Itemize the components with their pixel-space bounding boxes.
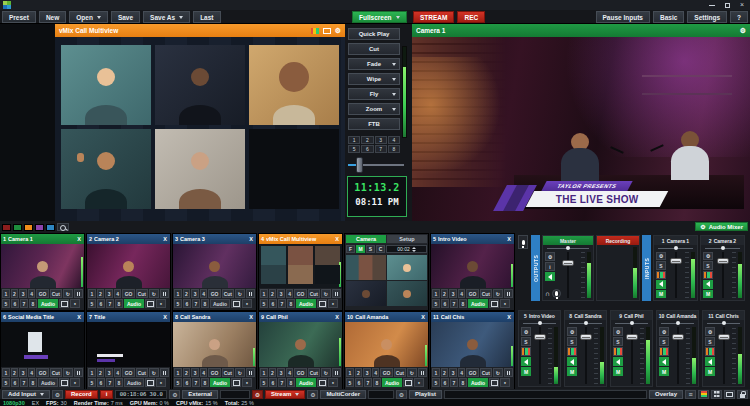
overlay-2-button[interactable]: 2 [441, 289, 449, 298]
speaker-icon[interactable] [659, 357, 669, 366]
call-c-button[interactable]: C [376, 245, 385, 253]
pause-icon[interactable] [418, 368, 427, 377]
go-button[interactable]: GO [294, 368, 306, 377]
overlay-3-button[interactable]: 3 [19, 368, 27, 377]
pause-icon[interactable] [332, 289, 341, 298]
overlay-6-button[interactable]: 6 [441, 299, 449, 308]
gear-icon[interactable]: ⚙ [656, 252, 666, 260]
overlay-5-button[interactable]: 5 [432, 299, 440, 308]
go-button[interactable]: GO [380, 368, 392, 377]
overlay-4-button[interactable]: 4 [286, 368, 294, 377]
monitor-icon[interactable] [59, 299, 69, 308]
overlay-3-button[interactable]: 3 [191, 289, 199, 298]
volume-fader[interactable] [625, 327, 638, 384]
monitor-icon[interactable] [145, 299, 155, 308]
cut-button[interactable]: Cut [480, 368, 492, 377]
overlay-7-button[interactable]: 7 [20, 378, 28, 387]
overlay-5-button[interactable]: 5 [346, 378, 354, 387]
input-tile[interactable]: 11 Call Chis X 1 2 3 4 [430, 311, 515, 390]
overlay-1-button[interactable]: 1 [260, 289, 268, 298]
overlay-3-button[interactable]: 3 [449, 289, 457, 298]
audio-button[interactable]: Audio [382, 378, 402, 387]
go-button[interactable]: GO [466, 368, 478, 377]
pan-slider[interactable] [543, 245, 593, 251]
overlay-4-button[interactable]: 4 [372, 368, 380, 377]
record-dot-icon[interactable]: ● [500, 378, 510, 387]
talkback-mic-button[interactable] [518, 235, 528, 249]
input-tile[interactable]: 8 Call Sandra X 1 2 3 4 [172, 311, 257, 390]
input-thumbnail[interactable] [173, 322, 256, 367]
stream-button[interactable]: Stream [265, 390, 305, 399]
overlay-5-button[interactable]: 5 [88, 299, 96, 308]
close-icon[interactable]: X [420, 314, 426, 320]
record-info-button[interactable]: i [100, 390, 114, 399]
overlay-2-button[interactable]: 2 [269, 289, 277, 298]
volume-fader[interactable] [533, 327, 546, 384]
vmix-call-camera-tile[interactable]: Camera Setup F M S C 00:02 [344, 233, 429, 311]
pause-icon[interactable] [246, 289, 255, 298]
solo-button[interactable]: S [705, 337, 715, 346]
overlay-6-button[interactable]: 6 [97, 299, 105, 308]
last-button[interactable]: Last [193, 11, 220, 23]
overlay-number-button[interactable]: 1 [348, 136, 360, 144]
close-window-icon[interactable]: × [740, 0, 744, 10]
overlay-4-button[interactable]: 4 [28, 289, 36, 298]
input-tile[interactable]: 5 Intro Video X 1 2 3 4 [430, 233, 515, 311]
audio-button[interactable]: Audio [124, 299, 144, 308]
overlay-1-button[interactable]: 1 [2, 368, 10, 377]
input-tile[interactable]: 7 Title X 1 2 3 4 [86, 311, 171, 390]
record-dot-icon[interactable]: ● [156, 378, 166, 387]
bus-assign-icon[interactable] [705, 347, 715, 356]
maximize-icon[interactable] [725, 3, 730, 8]
record-dot-icon[interactable]: ● [414, 378, 424, 387]
record-dot-icon[interactable]: ● [156, 299, 166, 308]
pan-slider[interactable] [565, 320, 606, 326]
overlay-7-button[interactable]: 7 [450, 299, 458, 308]
overlay-3-button[interactable]: 3 [363, 368, 371, 377]
solo-button[interactable]: S [703, 261, 713, 269]
mic-icon[interactable] [552, 289, 561, 298]
fader-handle[interactable] [672, 334, 684, 340]
cut-button[interactable]: Cut [222, 368, 234, 377]
input-thumbnail[interactable] [173, 244, 256, 288]
gear-icon[interactable]: ⚙ [705, 327, 715, 336]
input-tile[interactable]: 3 Camera 3 X 1 2 3 4 [172, 233, 257, 311]
audio-levels-icon[interactable] [698, 390, 709, 399]
pan-slider[interactable] [701, 245, 744, 251]
overlay-6-button[interactable]: 6 [183, 378, 191, 387]
save-as-button[interactable]: Save As [143, 11, 190, 23]
loop-icon[interactable]: ↻ [493, 368, 502, 377]
category-color-button[interactable] [35, 224, 44, 231]
call-s-button[interactable]: S [366, 245, 375, 253]
loop-icon[interactable]: ↻ [235, 289, 244, 298]
audio-levels-icon[interactable] [311, 28, 319, 34]
overlay-3-button[interactable]: 3 [449, 368, 457, 377]
pause-icon[interactable] [160, 289, 169, 298]
overlay-6-button[interactable]: 6 [269, 378, 277, 387]
input-thumbnail[interactable] [259, 244, 342, 288]
overlay-4-button[interactable]: 4 [114, 368, 122, 377]
record-button[interactable]: Record [65, 390, 98, 399]
overlay-1-button[interactable]: 1 [174, 368, 182, 377]
overlay-8-button[interactable]: 8 [287, 378, 295, 387]
go-button[interactable]: GO [208, 368, 220, 377]
close-icon[interactable]: X [506, 236, 512, 242]
call-setup-tab[interactable]: Setup [387, 235, 427, 243]
loop-icon[interactable]: ↻ [235, 368, 244, 377]
playlist-settings-gear-icon[interactable]: ⚙ [396, 390, 407, 399]
audio-button[interactable]: Audio [468, 299, 488, 308]
input-tile[interactable]: 2 Camera 2 X 1 2 3 4 [86, 233, 171, 311]
lock-icon[interactable] [737, 390, 748, 399]
overlay-5-button[interactable]: 5 [174, 299, 182, 308]
overlay-1-button[interactable]: 1 [346, 368, 354, 377]
overlay-5-button[interactable]: 5 [174, 378, 182, 387]
pause-icon[interactable] [74, 289, 83, 298]
overlay-8-button[interactable]: 8 [115, 378, 123, 387]
category-color-button[interactable] [46, 224, 55, 231]
close-icon[interactable]: X [76, 314, 82, 320]
rec-indicator-button[interactable]: REC [457, 11, 485, 23]
mute-button[interactable]: M [613, 367, 623, 376]
loop-icon[interactable]: ↻ [321, 289, 330, 298]
overlay-2-button[interactable]: 2 [97, 289, 105, 298]
cut-button[interactable]: Cut [50, 289, 62, 298]
